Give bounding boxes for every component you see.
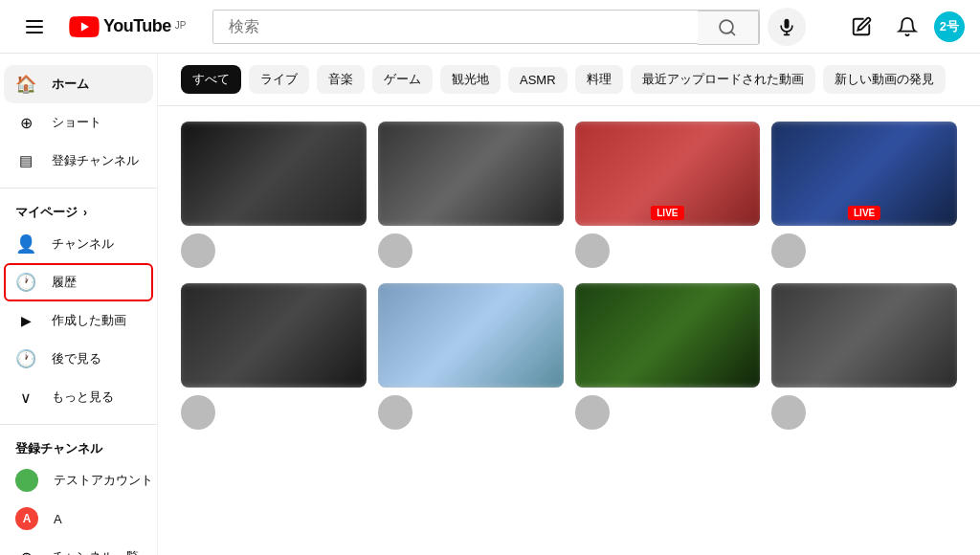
subscriptions-section-title: 登録チャンネル [0,433,157,461]
sidebar-item-subscriptions[interactable]: ▤ 登録チャンネル [4,142,153,180]
video-card-1[interactable] [181,122,367,268]
notification-button[interactable] [888,8,926,46]
header: YouTube JP [0,0,980,54]
video-meta [223,395,367,430]
live-badge: LIVE [848,206,880,220]
logo-suffix: JP [175,20,187,31]
home-icon: 🏠 [15,74,36,95]
channel-avatar [378,395,412,430]
header-right: 2号 [842,8,965,46]
youtube-logo[interactable]: YouTube JP [69,16,187,37]
video-thumbnail: LIVE [771,122,957,226]
test-account-avatar [15,469,38,492]
sidebar-item-channel-list[interactable]: ⊕ チャンネル一覧 [4,538,153,555]
search-input[interactable] [213,11,698,43]
my-videos-icon: ▶ [15,313,36,328]
video-meta [813,233,957,268]
mic-icon [777,17,796,36]
video-meta [420,395,564,430]
sidebar-item-my-videos[interactable]: ▶ 作成した動画 [4,301,153,340]
more-icon: ∨ [15,388,36,407]
video-card-3[interactable]: LIVE [575,122,761,268]
main-content: すべてライブ音楽ゲーム観光地ASMR料理最近アップロードされた動画新しい動画の発… [158,54,980,555]
a-channel-avatar: A [15,507,38,530]
video-info [378,233,564,268]
channel-avatar [575,233,610,268]
history-icon: 🕐 [15,272,36,293]
filter-chip-ライブ[interactable]: ライブ [249,65,309,94]
filter-chip-すべて[interactable]: すべて [181,65,241,94]
header-left: YouTube JP [15,8,187,46]
sidebar-item-home[interactable]: 🏠 ホーム [4,65,153,103]
sidebar-item-a-channel[interactable]: A A [4,500,153,538]
subscriptions-icon: ▤ [15,152,36,169]
youtube-logo-icon [69,16,100,37]
search-button[interactable] [698,11,759,45]
sidebar-item-watch-later[interactable]: 🕐 後で見る [4,340,153,378]
video-card-5[interactable] [181,283,367,430]
video-thumbnail [575,283,761,388]
sidebar-label-test-account: テストアカウント [54,472,153,489]
filter-chip-最近アップロードされた動画[interactable]: 最近アップロードされた動画 [631,65,815,94]
sidebar-label-subscriptions: 登録チャンネル [52,152,139,169]
sidebar-item-test-account[interactable]: テストアカウント [4,461,153,500]
filter-chip-観光地[interactable]: 観光地 [440,65,501,94]
video-thumbnail [771,283,957,388]
channel-avatar [378,233,412,268]
video-thumbnail [378,283,564,388]
video-meta [420,233,564,268]
channel-list-icon: ⊕ [15,548,36,556]
channel-avatar [575,395,610,430]
sidebar-label-history: 履歴 [52,274,77,291]
avatar[interactable]: 2号 [934,11,965,42]
filter-chip-料理[interactable]: 料理 [575,65,623,94]
sidebar-label-a-channel: A [54,512,62,526]
divider-2 [0,424,157,425]
video-card-2[interactable] [378,122,564,268]
video-card-7[interactable] [575,283,761,430]
video-thumbnail [181,283,367,388]
video-info [575,233,761,268]
filter-chip-ゲーム[interactable]: ゲーム [372,65,433,94]
sidebar-label-watch-later: 後で見る [52,350,101,367]
video-card-4[interactable]: LIVE [771,122,957,268]
sidebar-label-my-videos: 作成した動画 [52,312,126,329]
filter-chip-音楽[interactable]: 音楽 [317,65,365,94]
menu-button[interactable] [15,8,54,46]
video-info [378,395,564,430]
video-info [181,395,367,430]
live-badge: LIVE [651,206,683,220]
sidebar-label-channel: チャンネル [52,235,114,253]
filter-chip-新しい動画の発見[interactable]: 新しい動画の発見 [823,65,946,94]
filter-bar: すべてライブ音楽ゲーム観光地ASMR料理最近アップロードされた動画新しい動画の発… [158,54,980,106]
video-info [181,233,367,268]
app-body: 🏠 ホーム ⊕ ショート ▤ 登録チャンネル マイページ › 👤 チャンネル 🕐… [0,54,980,555]
search-bar [212,10,760,44]
divider-1 [0,188,157,189]
sidebar-label-channel-list: チャンネル一覧 [52,548,139,555]
channel-avatar [181,395,215,430]
video-thumbnail [181,122,367,226]
video-info [575,395,761,430]
sidebar-item-channel[interactable]: 👤 チャンネル [4,225,153,263]
watch-later-icon: 🕐 [15,348,36,369]
video-thumbnail: LIVE [575,122,761,226]
mic-button[interactable] [768,8,806,46]
sidebar: 🏠 ホーム ⊕ ショート ▤ 登録チャンネル マイページ › 👤 チャンネル 🕐… [0,54,158,555]
logo-text: YouTube [103,16,171,36]
sidebar-item-shorts[interactable]: ⊕ ショート [4,103,153,142]
channel-avatar [181,233,215,268]
create-button[interactable] [842,8,880,46]
video-info [771,233,957,268]
video-meta [223,233,367,268]
sidebar-item-more[interactable]: ∨ もっと見る [4,378,153,416]
filter-chip-ASMR[interactable]: ASMR [508,67,568,93]
video-card-8[interactable] [771,283,957,430]
sidebar-label-home: ホーム [52,76,89,93]
mypage-section-title: マイページ › [0,196,157,225]
video-card-6[interactable] [378,283,564,430]
sidebar-label-more: もっと見る [52,388,114,406]
sidebar-item-history[interactable]: 🕐 履歴 [4,263,153,301]
chevron-right-icon: › [83,206,87,219]
search-icon [718,18,737,37]
